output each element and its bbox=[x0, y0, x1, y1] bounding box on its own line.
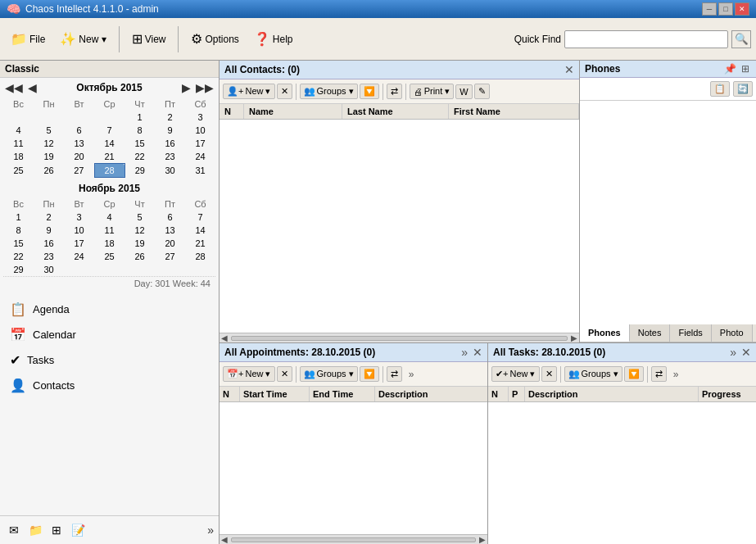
appointments-more-button[interactable]: » bbox=[407, 369, 416, 380]
phones-pin-button[interactable]: 📌 bbox=[724, 63, 736, 75]
calendar-day[interactable]: 27 bbox=[64, 164, 94, 178]
calendar-day[interactable]: 6 bbox=[155, 211, 185, 224]
calendar-day[interactable]: 17 bbox=[185, 137, 215, 150]
calendar-day[interactable]: 29 bbox=[124, 164, 155, 178]
calendar-day[interactable]: 11 bbox=[94, 224, 124, 237]
tasks-delete-button[interactable]: ✕ bbox=[541, 366, 557, 382]
contacts-edit-button[interactable]: ✎ bbox=[474, 84, 490, 99]
phones-tab-notes[interactable]: Notes bbox=[630, 324, 671, 342]
phones-copy-button[interactable]: 📋 bbox=[710, 81, 730, 97]
calendar-day[interactable]: 1 bbox=[124, 111, 155, 124]
calendar-day[interactable]: 3 bbox=[64, 211, 94, 224]
search-button[interactable]: 🔍 bbox=[731, 30, 751, 48]
calendar-day[interactable]: 4 bbox=[3, 124, 34, 137]
calendar-day[interactable]: 2 bbox=[155, 111, 185, 124]
phones-edit-button2[interactable]: 🔄 bbox=[733, 81, 753, 97]
folder-icon-btn[interactable]: 📁 bbox=[26, 521, 44, 539]
calendar-day[interactable]: 4 bbox=[94, 211, 124, 224]
calendar-day[interactable]: 14 bbox=[94, 137, 124, 150]
calendar-day[interactable]: 12 bbox=[34, 137, 64, 150]
sidebar-item-tasks[interactable]: ✔ Tasks bbox=[0, 347, 219, 373]
calendar-day[interactable]: 21 bbox=[185, 237, 215, 250]
appointments-new-button[interactable]: 📅+ New ▾ bbox=[223, 366, 275, 382]
apt-scroll-right[interactable]: ▶ bbox=[479, 535, 486, 544]
calendar-day[interactable]: 11 bbox=[3, 137, 34, 150]
calendar-day[interactable]: 26 bbox=[34, 164, 64, 178]
tasks-groups-button[interactable]: 👥 Groups ▾ bbox=[564, 366, 622, 382]
more-button[interactable]: » bbox=[207, 524, 214, 537]
phones-expand-button[interactable]: ⊞ bbox=[740, 63, 751, 75]
contacts-groups-button[interactable]: 👥 Groups ▾ bbox=[300, 84, 358, 99]
calendar-day[interactable]: 23 bbox=[155, 150, 185, 164]
calendar-day[interactable]: 31 bbox=[185, 164, 215, 178]
calendar-day[interactable]: 3 bbox=[185, 111, 215, 124]
contacts-delete-button[interactable]: ✕ bbox=[277, 84, 292, 99]
close-button[interactable]: ✕ bbox=[735, 2, 749, 16]
calendar-day[interactable]: 16 bbox=[34, 237, 64, 250]
calendar-day[interactable]: 28 bbox=[94, 164, 124, 178]
file-menu-button[interactable]: 📁 File bbox=[5, 28, 51, 50]
calendar-day[interactable]: 14 bbox=[185, 224, 215, 237]
quick-find-input[interactable] bbox=[564, 30, 728, 48]
grid-icon-btn[interactable]: ⊞ bbox=[48, 521, 66, 539]
options-menu-button[interactable]: ⚙ Options bbox=[185, 28, 244, 50]
appointments-sync-button[interactable]: ⇄ bbox=[387, 366, 402, 382]
appointments-scrollbar[interactable]: ◀ ▶ bbox=[220, 534, 487, 544]
contacts-new-button[interactable]: 👤+ New ▾ bbox=[223, 84, 275, 99]
contacts-close-button[interactable]: ✕ bbox=[564, 63, 574, 76]
tasks-more-button[interactable]: » bbox=[672, 369, 681, 380]
contacts-word-button[interactable]: W bbox=[455, 84, 472, 99]
sidebar-item-calendar[interactable]: 📅 Calendar bbox=[0, 322, 219, 347]
calendar-day[interactable]: 20 bbox=[64, 150, 94, 164]
phones-tab-phones[interactable]: Phones bbox=[580, 324, 630, 342]
calendar-day[interactable]: 6 bbox=[64, 124, 94, 137]
calendar-day[interactable]: 27 bbox=[155, 250, 185, 263]
tasks-expand-button[interactable]: » bbox=[728, 346, 738, 359]
calendar-day[interactable]: 30 bbox=[34, 263, 64, 276]
prev-month-button[interactable]: ◀ bbox=[26, 81, 38, 94]
next-month-button[interactable]: ▶ bbox=[180, 81, 192, 94]
calendar-day[interactable]: 24 bbox=[64, 250, 94, 263]
calendar-day[interactable]: 30 bbox=[155, 164, 185, 178]
tasks-close-button[interactable]: ✕ bbox=[741, 346, 751, 359]
calendar-day[interactable]: 19 bbox=[34, 150, 64, 164]
calendar-day[interactable]: 18 bbox=[94, 237, 124, 250]
phones-tab-fields[interactable]: Fields bbox=[670, 324, 711, 342]
appointments-delete-button[interactable]: ✕ bbox=[277, 366, 292, 382]
new-menu-button[interactable]: ✨ New ▾ bbox=[54, 28, 111, 50]
calendar-day[interactable]: 13 bbox=[155, 224, 185, 237]
appointments-expand-button[interactable]: » bbox=[459, 346, 469, 359]
note-icon-btn[interactable]: 📝 bbox=[69, 521, 87, 539]
calendar-day[interactable]: 12 bbox=[124, 224, 155, 237]
calendar-day[interactable]: 13 bbox=[64, 137, 94, 150]
calendar-day[interactable]: 9 bbox=[155, 124, 185, 137]
calendar-day[interactable]: 15 bbox=[3, 237, 34, 250]
calendar-day[interactable]: 8 bbox=[124, 124, 155, 137]
appointments-close-button[interactable]: ✕ bbox=[473, 346, 482, 359]
appointments-groups-button[interactable]: 👥 Groups ▾ bbox=[300, 366, 358, 382]
calendar-day[interactable]: 1 bbox=[3, 211, 34, 224]
contacts-sync-button[interactable]: ⇄ bbox=[387, 84, 402, 99]
sidebar-item-contacts[interactable]: 👤 Contacts bbox=[0, 373, 219, 398]
calendar-day[interactable]: 17 bbox=[64, 237, 94, 250]
calendar-day[interactable]: 23 bbox=[34, 250, 64, 263]
calendar-day[interactable]: 10 bbox=[64, 224, 94, 237]
apt-scroll-track[interactable] bbox=[231, 537, 476, 542]
prev-year-button[interactable]: ◀◀ bbox=[3, 81, 25, 94]
calendar-day[interactable]: 15 bbox=[124, 137, 155, 150]
contacts-scroll-left[interactable]: ◀ bbox=[221, 333, 228, 342]
contacts-scroll-track[interactable] bbox=[231, 336, 568, 341]
email-icon-btn[interactable]: ✉ bbox=[5, 521, 23, 539]
calendar-day[interactable]: 2 bbox=[34, 211, 64, 224]
calendar-day[interactable]: 8 bbox=[3, 224, 34, 237]
tasks-new-button[interactable]: ✔+ New ▾ bbox=[491, 366, 540, 382]
calendar-day[interactable]: 7 bbox=[94, 124, 124, 137]
calendar-day[interactable]: 7 bbox=[185, 211, 215, 224]
calendar-day[interactable]: 28 bbox=[185, 250, 215, 263]
calendar-day[interactable]: 22 bbox=[124, 150, 155, 164]
contacts-scroll-right[interactable]: ▶ bbox=[571, 333, 577, 342]
calendar-day[interactable]: 29 bbox=[3, 263, 34, 276]
next-year-button[interactable]: ▶▶ bbox=[194, 81, 215, 94]
sidebar-item-agenda[interactable]: 📋 Agenda bbox=[0, 297, 219, 322]
view-menu-button[interactable]: ⊞ View bbox=[126, 28, 172, 50]
